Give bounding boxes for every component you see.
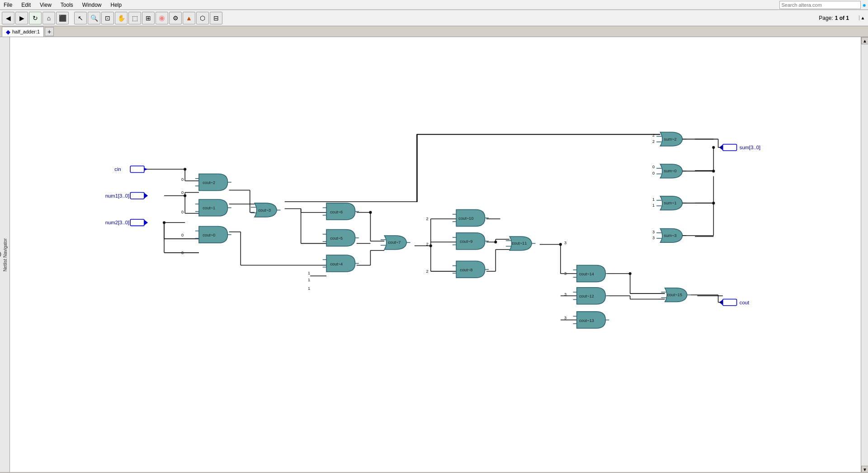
- menu-edit[interactable]: Edit: [19, 1, 33, 9]
- zoom-tool[interactable]: 🔍: [88, 12, 100, 24]
- svg-point-209: [629, 272, 632, 275]
- svg-point-207: [494, 241, 497, 243]
- color-tool[interactable]: ◉: [156, 12, 168, 24]
- svg-text:cout~10: cout~10: [458, 216, 473, 221]
- svg-text:num2[3..0]: num2[3..0]: [105, 220, 129, 225]
- svg-text:cout~14: cout~14: [579, 272, 594, 276]
- svg-text:1: 1: [652, 203, 655, 208]
- svg-text:2: 2: [426, 217, 428, 221]
- svg-text:1: 1: [652, 197, 655, 202]
- home-button[interactable]: ⌂: [42, 12, 55, 24]
- svg-point-206: [369, 211, 372, 214]
- svg-marker-160: [144, 220, 148, 225]
- svg-text:3: 3: [652, 230, 655, 234]
- main-area: Netlist Navigator 💬: [0, 37, 868, 473]
- svg-text:0: 0: [652, 171, 655, 175]
- tab-label: half_adder:1: [12, 29, 40, 34]
- svg-text:sum~0: sum~0: [664, 169, 677, 173]
- svg-text:0: 0: [181, 251, 184, 255]
- svg-rect-213: [417, 134, 660, 134]
- svg-rect-158: [130, 219, 144, 226]
- svg-text:cout~3: cout~3: [258, 208, 271, 213]
- svg-text:3: 3: [564, 292, 566, 297]
- svg-text:cout~1: cout~1: [203, 206, 215, 210]
- svg-text:0: 0: [181, 210, 184, 214]
- sidebar: Netlist Navigator 💬: [0, 37, 10, 473]
- svg-text:cout~11: cout~11: [512, 241, 527, 246]
- svg-text:2: 2: [426, 242, 428, 246]
- svg-text:cout~12: cout~12: [579, 294, 594, 298]
- svg-text:num1[3..0]: num1[3..0]: [105, 193, 129, 199]
- page-value: 1 of 1: [835, 15, 849, 21]
- svg-text:sum~3: sum~3: [664, 233, 677, 238]
- stop-button[interactable]: ⬛: [56, 12, 69, 24]
- svg-text:0: 0: [181, 190, 184, 195]
- svg-text:1: 1: [308, 286, 310, 291]
- menu-help[interactable]: Help: [109, 1, 124, 9]
- diagram-svg: cout~2 cout~1 cout~0: [10, 37, 861, 473]
- svg-text:cout: cout: [740, 300, 750, 305]
- menu-file[interactable]: File: [2, 1, 14, 9]
- svg-text:cout~13: cout~13: [579, 318, 594, 323]
- menu-view[interactable]: View: [38, 1, 53, 9]
- select-tool[interactable]: ↖: [74, 12, 87, 24]
- svg-text:sum[3..0]: sum[3..0]: [740, 145, 760, 150]
- svg-text:cout~0: cout~0: [203, 233, 215, 237]
- svg-text:1: 1: [308, 278, 310, 282]
- menu-tools[interactable]: Tools: [59, 1, 75, 9]
- svg-text:0: 0: [652, 165, 655, 169]
- forward-button[interactable]: ▶: [15, 12, 28, 24]
- svg-point-204: [163, 221, 165, 224]
- scroll-top-indicator: ▲: [861, 15, 865, 20]
- svg-text:0: 0: [181, 233, 184, 237]
- svg-text:cout~5: cout~5: [330, 236, 343, 241]
- svg-text:cout~4: cout~4: [330, 262, 343, 266]
- diagram-tab[interactable]: ◆ half_adder:1: [2, 27, 44, 37]
- svg-text:cout~15: cout~15: [667, 293, 682, 297]
- tabbar: ◆ half_adder:1 +: [0, 26, 868, 37]
- svg-point-202: [184, 168, 186, 170]
- svg-text:sum~1: sum~1: [664, 201, 677, 205]
- page-label: Page:: [819, 15, 833, 21]
- pan-tool[interactable]: ✋: [115, 12, 127, 24]
- canvas-area[interactable]: cout~2 cout~1 cout~0: [10, 37, 861, 473]
- svg-text:cout~9: cout~9: [460, 239, 472, 244]
- search-icon: ●: [863, 1, 866, 9]
- svg-point-208: [559, 243, 562, 246]
- svg-marker-157: [144, 193, 148, 199]
- fit-hierarchy[interactable]: ⊞: [142, 12, 155, 24]
- svg-text:2: 2: [652, 133, 655, 137]
- node-tool[interactable]: ⬡: [196, 12, 209, 24]
- add-tab-button[interactable]: +: [45, 27, 54, 36]
- settings-tool[interactable]: ⚙: [169, 12, 182, 24]
- svg-text:cout~2: cout~2: [203, 180, 215, 185]
- svg-text:sum~2: sum~2: [664, 137, 677, 142]
- scrollbar-right[interactable]: ▲ ▼: [861, 37, 868, 473]
- menu-window[interactable]: Window: [80, 1, 104, 9]
- svg-point-212: [712, 202, 715, 204]
- sidebar-item-netlist[interactable]: Netlist Navigator: [1, 236, 9, 273]
- probe-tool[interactable]: ▲: [183, 12, 195, 24]
- area-select[interactable]: ⬚: [128, 12, 141, 24]
- svg-text:cout~6: cout~6: [330, 210, 343, 214]
- search-input[interactable]: [779, 1, 861, 9]
- svg-text:0: 0: [181, 177, 184, 182]
- scroll-up-button[interactable]: ▲: [861, 37, 868, 44]
- rubber-band-select[interactable]: ⊡: [101, 12, 114, 24]
- svg-text:2: 2: [426, 269, 428, 274]
- back-button[interactable]: ◀: [2, 12, 14, 24]
- svg-rect-152: [130, 166, 144, 172]
- svg-point-203: [184, 194, 186, 197]
- svg-rect-155: [130, 193, 144, 199]
- timing-tool[interactable]: ⊟: [210, 12, 222, 24]
- svg-rect-164: [723, 299, 737, 305]
- svg-point-210: [712, 146, 715, 149]
- svg-text:1: 1: [308, 271, 310, 275]
- svg-marker-154: [144, 168, 148, 170]
- svg-rect-161: [723, 144, 737, 151]
- refresh-button[interactable]: ↻: [29, 12, 42, 24]
- toolbar: ◀ ▶ ↻ ⌂ ⬛ ↖ 🔍 ⊡ ✋ ⬚ ⊞ ◉ ⚙ ▲ ⬡ ⊟ Page: 1 …: [0, 10, 868, 26]
- svg-text:cout~7: cout~7: [388, 240, 401, 245]
- svg-point-205: [429, 244, 432, 247]
- svg-text:cout~8: cout~8: [460, 268, 472, 272]
